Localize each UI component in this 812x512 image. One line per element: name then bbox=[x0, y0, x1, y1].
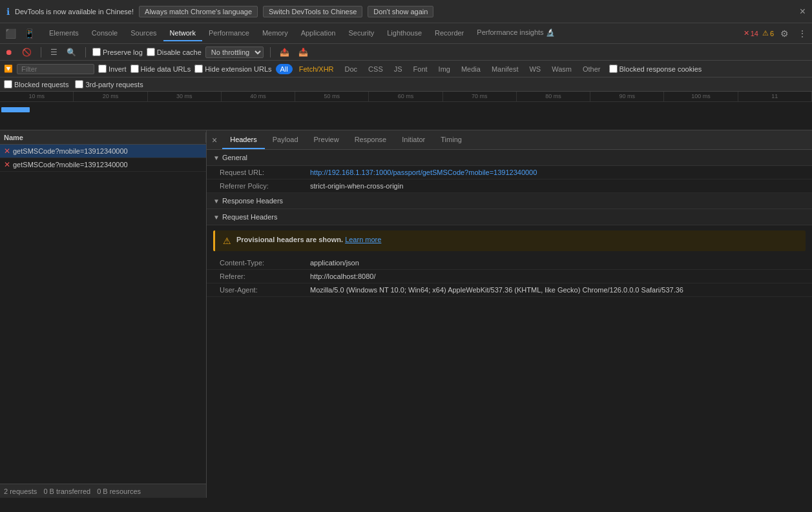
hide-data-urls-text: Hide data URLs bbox=[141, 65, 191, 73]
tab-application[interactable]: Application bbox=[295, 26, 342, 41]
filter-tag-doc[interactable]: Doc bbox=[340, 64, 362, 74]
tab-payload[interactable]: Payload bbox=[265, 130, 306, 149]
always-match-button[interactable]: Always match Chrome's language bbox=[139, 6, 258, 17]
filter-funnel-icon: 🔽 bbox=[4, 65, 13, 73]
disable-cache-label[interactable]: Disable cache bbox=[147, 48, 202, 56]
search-icon[interactable]: 🔍 bbox=[64, 46, 79, 58]
third-party-checkbox[interactable] bbox=[75, 80, 83, 88]
blocked-response-text: Blocked response cookies bbox=[619, 65, 702, 73]
transferred-size: 0 B transferred bbox=[43, 487, 90, 495]
tick-10ms: 10 ms bbox=[0, 92, 74, 101]
general-section-title: General bbox=[222, 154, 247, 161]
tab-elements[interactable]: Elements bbox=[43, 26, 85, 41]
right-panel: × Headers Payload Preview Response Initi… bbox=[207, 130, 812, 498]
timeline-header: 10 ms 20 ms 30 ms 40 ms 50 ms 60 ms 70 m… bbox=[0, 92, 812, 102]
hide-data-urls-label[interactable]: Hide data URLs bbox=[130, 65, 191, 73]
tick-30ms: 30 ms bbox=[148, 92, 222, 101]
device-toolbar-icon[interactable]: 📱 bbox=[21, 27, 37, 40]
error-circle-icon: ✕ bbox=[4, 160, 10, 169]
error-icon: ✕ bbox=[744, 29, 749, 37]
request-headers-section-header[interactable]: ▼ Request Headers bbox=[207, 209, 812, 225]
dont-show-button[interactable]: Don't show again bbox=[368, 6, 433, 17]
tab-lighthouse[interactable]: Lighthouse bbox=[380, 26, 428, 41]
clear-log-icon[interactable]: 🚫 bbox=[19, 46, 34, 58]
content-type-row: Content-Type: application/json bbox=[207, 256, 812, 270]
left-panel: Name ✕ getSMSCode?mobile=13912340000 ✕ g… bbox=[0, 130, 207, 498]
general-section-header[interactable]: ▼ General bbox=[207, 150, 812, 166]
close-detail-button[interactable]: × bbox=[207, 132, 222, 148]
preserve-log-checkbox[interactable] bbox=[92, 48, 101, 56]
tab-network[interactable]: Network bbox=[163, 26, 202, 41]
learn-more-link[interactable]: Learn more bbox=[345, 236, 381, 243]
blocked-response-label[interactable]: Blocked response cookies bbox=[609, 65, 702, 73]
filter-tag-all[interactable]: All bbox=[276, 64, 293, 74]
filter-tag-js[interactable]: JS bbox=[390, 64, 407, 74]
response-headers-title: Response Headers bbox=[222, 197, 283, 205]
inspect-element-icon[interactable]: ⬛ bbox=[3, 27, 19, 40]
requests-list: ✕ getSMSCode?mobile=13912340000 ✕ getSMS… bbox=[0, 145, 206, 484]
filter-tag-css[interactable]: CSS bbox=[364, 64, 388, 74]
tab-security[interactable]: Security bbox=[342, 26, 380, 41]
detail-content: ▼ General Request URL: http://192.168.1.… bbox=[207, 150, 812, 498]
switch-devtools-button[interactable]: Switch DevTools to Chinese bbox=[263, 6, 362, 17]
hide-data-urls-checkbox[interactable] bbox=[130, 65, 139, 73]
stop-recording-icon[interactable]: ⏺ bbox=[3, 46, 16, 58]
tab-preview[interactable]: Preview bbox=[306, 130, 347, 149]
tick-70ms: 70 ms bbox=[443, 92, 517, 101]
tab-memory[interactable]: Memory bbox=[256, 26, 295, 41]
warning-text: Provisional headers are shown. Learn mor… bbox=[236, 236, 381, 243]
tab-initiator[interactable]: Initiator bbox=[394, 130, 433, 149]
timeline-body[interactable] bbox=[0, 102, 812, 130]
filter-input[interactable] bbox=[17, 64, 94, 74]
filter-tag-other[interactable]: Other bbox=[578, 64, 605, 74]
more-options-icon[interactable]: ⋮ bbox=[795, 27, 809, 40]
request-name: getSMSCode?mobile=13912340000 bbox=[13, 147, 128, 155]
throttle-select[interactable]: No throttling bbox=[205, 46, 264, 58]
main-split: Name ✕ getSMSCode?mobile=13912340000 ✕ g… bbox=[0, 130, 812, 498]
settings-icon[interactable]: ⚙ bbox=[778, 27, 791, 40]
close-notification-button[interactable]: × bbox=[800, 6, 806, 17]
disable-cache-checkbox[interactable] bbox=[147, 48, 155, 56]
blocked-response-checkbox[interactable] bbox=[609, 65, 618, 73]
table-row[interactable]: ✕ getSMSCode?mobile=13912340000 bbox=[0, 158, 206, 172]
timeline-bar bbox=[1, 107, 30, 112]
third-party-label[interactable]: 3rd-party requests bbox=[75, 80, 143, 88]
filter-tag-font[interactable]: Font bbox=[409, 64, 432, 74]
blocked-requests-label[interactable]: Blocked requests bbox=[4, 80, 68, 88]
filter-icon[interactable]: ☰ bbox=[48, 46, 60, 58]
tab-response[interactable]: Response bbox=[347, 130, 395, 149]
table-row[interactable]: ✕ getSMSCode?mobile=13912340000 bbox=[0, 145, 206, 158]
filter-tag-img[interactable]: Img bbox=[434, 64, 455, 74]
toolbar-divider-3 bbox=[270, 47, 271, 57]
tab-performance[interactable]: Performance bbox=[202, 26, 256, 41]
preserve-log-label[interactable]: Preserve log bbox=[92, 48, 143, 56]
warn-icon: ⚠ bbox=[762, 29, 769, 37]
error-circle-icon: ✕ bbox=[4, 147, 10, 156]
response-headers-section-header[interactable]: ▼ Response Headers bbox=[207, 193, 812, 209]
blocked-requests-checkbox[interactable] bbox=[4, 80, 12, 88]
import-icon[interactable]: 📤 bbox=[277, 46, 292, 58]
export-icon[interactable]: 📥 bbox=[296, 46, 311, 58]
content-type-value: application/json bbox=[310, 259, 359, 267]
tab-timing[interactable]: Timing bbox=[433, 130, 470, 149]
filter-tags: All Fetch/XHR Doc CSS JS Font Img Media … bbox=[276, 64, 605, 74]
error-count: 14 bbox=[751, 30, 758, 37]
toolbar-divider-2 bbox=[85, 47, 86, 57]
invert-label[interactable]: Invert bbox=[98, 65, 127, 73]
filter-tag-wasm[interactable]: Wasm bbox=[547, 64, 576, 74]
invert-checkbox[interactable] bbox=[98, 65, 107, 73]
filter-tag-manifest[interactable]: Manifest bbox=[487, 64, 523, 74]
hide-extension-label[interactable]: Hide extension URLs bbox=[194, 65, 271, 73]
tab-headers[interactable]: Headers bbox=[222, 130, 265, 149]
tab-performance-insights[interactable]: Performance insights 🔬 bbox=[470, 25, 561, 41]
filter-tag-ws[interactable]: WS bbox=[525, 64, 545, 74]
filter-tag-xhr[interactable]: Fetch/XHR bbox=[295, 64, 338, 74]
chevron-down-icon: ▼ bbox=[213, 154, 220, 161]
tab-console[interactable]: Console bbox=[85, 26, 124, 41]
hide-extension-checkbox[interactable] bbox=[194, 65, 203, 73]
tab-recorder[interactable]: Recorder bbox=[428, 26, 470, 41]
tab-sources[interactable]: Sources bbox=[124, 26, 163, 41]
tick-100ms: 100 ms bbox=[664, 92, 738, 101]
request-headers-title: Request Headers bbox=[222, 213, 278, 221]
filter-tag-media[interactable]: Media bbox=[457, 64, 485, 74]
